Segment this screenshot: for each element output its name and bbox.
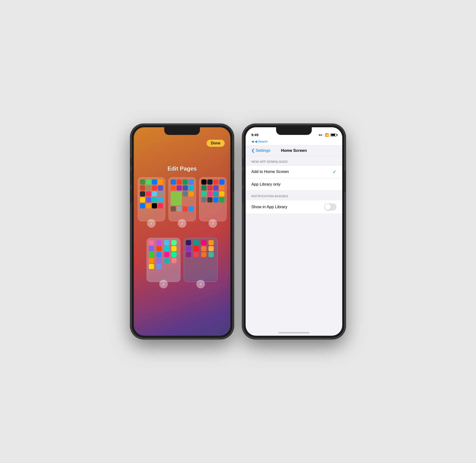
status-icons: 📶	[319, 133, 337, 137]
volume-down-button[interactable]	[130, 189, 131, 203]
silent-switch	[130, 158, 131, 167]
settings-back-button[interactable]: ❮ Settings	[251, 148, 270, 153]
right-silent-switch	[242, 158, 243, 167]
right-iphone-screen: 9:45 📶 ◀	[246, 127, 342, 336]
right-power-button[interactable]	[345, 171, 346, 192]
page-thumb-4[interactable]: ✓	[147, 238, 180, 282]
back-chevron-icon: ❮	[251, 148, 255, 153]
pages-row-2: ✓	[138, 238, 226, 282]
search-back-icon: ◀	[251, 140, 254, 143]
notch	[164, 127, 200, 135]
right-notch	[276, 127, 312, 135]
right-volume-up-button[interactable]	[242, 171, 243, 185]
wifi-icon: 📶	[325, 133, 329, 137]
page-thumb-5[interactable]: ✓	[184, 238, 217, 282]
volume-up-button[interactable]	[130, 171, 131, 185]
app-library-only-label: App Library only	[251, 182, 281, 187]
pages-grid: ✓	[138, 177, 226, 282]
add-to-home-screen-checkmark: ✓	[332, 169, 337, 175]
power-button[interactable]	[233, 171, 234, 192]
notification-badges-header: NOTIFICATION BADGES	[246, 191, 342, 200]
search-label: ◀ Search	[255, 140, 268, 143]
page-check-3[interactable]: ✓	[208, 219, 217, 228]
new-app-downloads-section: NEW APP DOWNLOADS Add to Home Screen ✓ A…	[246, 156, 342, 191]
search-hint[interactable]: ◀ ◀ Search	[246, 139, 342, 145]
right-volume-down-button[interactable]	[242, 189, 243, 203]
edit-pages-screen: Done Edit Pages	[134, 127, 230, 336]
nav-bar: ❮ Settings Home Screen	[246, 145, 342, 156]
right-iphone-frame: 9:45 📶 ◀	[243, 125, 345, 338]
show-in-app-library-toggle[interactable]	[324, 204, 337, 211]
left-iphone-frame: Done Edit Pages	[131, 125, 233, 338]
page-thumb-2[interactable]: ✓	[169, 177, 196, 221]
battery-icon	[330, 134, 337, 137]
app-library-only-row[interactable]: App Library only	[246, 178, 342, 190]
add-to-home-screen-row[interactable]: Add to Home Screen ✓	[246, 166, 342, 178]
page-check-4[interactable]: ✓	[159, 280, 168, 288]
page-thumb-1[interactable]: ✓	[138, 177, 165, 221]
show-in-app-library-label: Show in App Library	[251, 205, 287, 209]
home-indicator[interactable]	[278, 332, 309, 333]
show-in-app-library-row: Show in App Library	[246, 200, 342, 214]
back-label: Settings	[256, 148, 270, 153]
page-thumb-3[interactable]: ✓	[199, 177, 227, 221]
nav-title: Home Screen	[281, 148, 307, 153]
status-time: 9:45	[251, 133, 259, 137]
left-iphone-screen: Done Edit Pages	[134, 127, 230, 336]
page-check-5[interactable]: ✓	[196, 280, 205, 288]
edit-pages-title: Edit Pages	[168, 165, 197, 172]
phones-container: Done Edit Pages	[131, 125, 345, 338]
signal-icon	[319, 134, 323, 136]
new-app-downloads-group: Add to Home Screen ✓ App Library only	[246, 165, 342, 191]
notification-badges-section: NOTIFICATION BADGES Show in App Library	[246, 191, 342, 214]
notification-badges-group: Show in App Library	[246, 200, 342, 214]
page-check-2[interactable]: ✓	[178, 219, 186, 228]
add-to-home-screen-label: Add to Home Screen	[251, 169, 289, 174]
settings-screen: 9:45 📶 ◀	[246, 127, 342, 336]
done-button[interactable]: Done	[207, 140, 225, 147]
new-app-downloads-header: NEW APP DOWNLOADS	[246, 156, 342, 165]
toggle-knob	[325, 204, 331, 210]
pages-row-1: ✓	[138, 177, 226, 221]
page-check-1[interactable]: ✓	[147, 219, 156, 228]
